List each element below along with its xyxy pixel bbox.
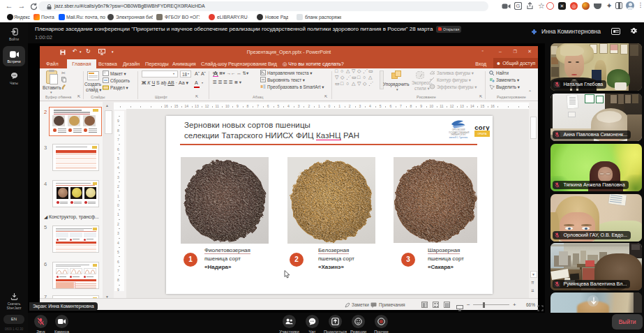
svg-text:имени И.С. Тургенева: имени И.С. Тургенева bbox=[449, 136, 468, 139]
svg-text:G: G bbox=[516, 3, 521, 9]
svg-text:УНИВЕРСИТЕТ: УНИВЕРСИТЕТ bbox=[451, 133, 466, 136]
svg-text:ОРБИТА: ОРБИТА bbox=[478, 133, 488, 135]
svg-text:согу: согу bbox=[474, 124, 490, 131]
